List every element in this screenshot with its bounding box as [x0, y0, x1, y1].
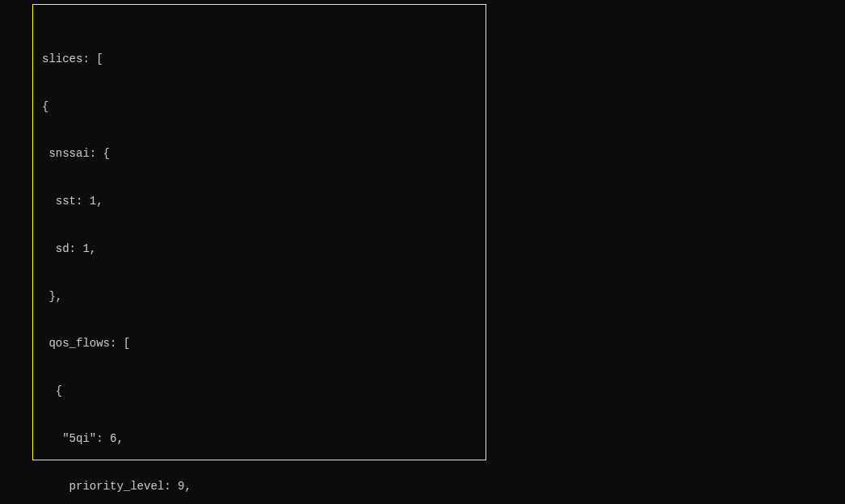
code-line: {	[42, 384, 845, 400]
code-line: sd: 1,	[42, 242, 845, 258]
code-line: },	[42, 289, 845, 305]
code-line: qos_flows: [	[42, 336, 845, 352]
code-block: slices: [ { snssai: { sst: 1, sd: 1, }, …	[0, 4, 845, 504]
code-line: priority_level: 9,	[42, 479, 845, 495]
code-line: "5qi": 6,	[42, 431, 845, 447]
code-line: sst: 1,	[42, 194, 845, 210]
code-line: snssai: {	[42, 146, 845, 162]
code-line: {	[42, 99, 845, 116]
code-line: slices: [	[42, 52, 845, 68]
